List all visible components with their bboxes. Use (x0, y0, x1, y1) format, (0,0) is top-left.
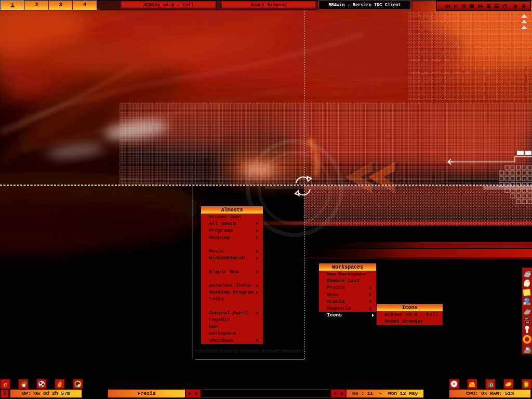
svg-text:e: e (4, 380, 7, 388)
